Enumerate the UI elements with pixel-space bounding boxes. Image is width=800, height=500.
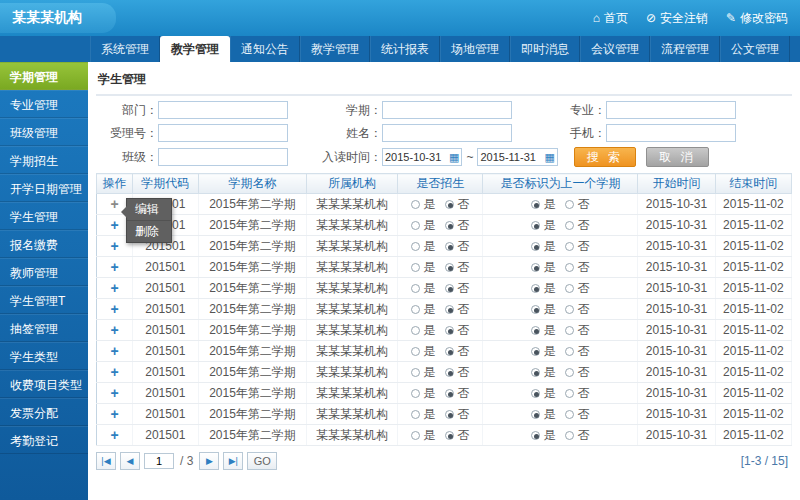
delete-menu-item[interactable]: 删除 — [127, 220, 171, 242]
tab-9[interactable]: 流程管理 — [650, 36, 720, 62]
expand-row-button[interactable]: + — [110, 238, 118, 254]
radio-yes[interactable] — [411, 221, 420, 230]
radio-yes-checked[interactable] — [531, 389, 540, 398]
radio-no-checked[interactable] — [445, 389, 454, 398]
sidebar-item-12[interactable]: 收费项目类型 — [0, 370, 88, 398]
sidebar-item-7[interactable]: 报名缴费 — [0, 230, 88, 258]
radio-no-checked[interactable] — [445, 431, 454, 440]
tab-10[interactable]: 公文管理 — [720, 36, 790, 62]
sidebar-item-2[interactable]: 专业管理 — [0, 90, 88, 118]
page-number-input[interactable] — [144, 453, 174, 469]
radio-no-checked[interactable] — [445, 305, 454, 314]
sidebar-item-1-active[interactable]: 学期管理 — [0, 62, 88, 90]
radio-yes-checked[interactable] — [531, 263, 540, 272]
radio-no[interactable] — [565, 389, 574, 398]
first-page-button[interactable]: |◀ — [96, 452, 116, 470]
calendar-icon[interactable] — [544, 150, 554, 164]
tab-7[interactable]: 即时消息 — [510, 36, 580, 62]
radio-yes[interactable] — [411, 284, 420, 293]
cancel-button[interactable]: 取 消 — [646, 147, 708, 167]
radio-yes[interactable] — [411, 326, 420, 335]
sidebar-item-6[interactable]: 学生管理 — [0, 202, 88, 230]
search-field-input[interactable] — [382, 101, 512, 119]
radio-no[interactable] — [565, 263, 574, 272]
radio-yes[interactable] — [411, 389, 420, 398]
radio-yes[interactable] — [411, 263, 420, 272]
expand-row-button[interactable]: + — [110, 343, 118, 359]
sidebar-item-8[interactable]: 教师管理 — [0, 258, 88, 286]
sidebar-item-9[interactable]: 学生管理T — [0, 286, 88, 314]
radio-no[interactable] — [565, 305, 574, 314]
sidebar-item-10[interactable]: 抽签管理 — [0, 314, 88, 342]
sidebar-item-3[interactable]: 班级管理 — [0, 118, 88, 146]
next-page-button[interactable]: ▶ — [199, 452, 219, 470]
tab-2-active[interactable]: 教学管理 — [160, 36, 230, 62]
expand-row-button[interactable]: + — [110, 301, 118, 317]
sidebar-item-14[interactable]: 考勤登记 — [0, 426, 88, 454]
radio-no-checked[interactable] — [445, 284, 454, 293]
radio-yes-checked[interactable] — [531, 326, 540, 335]
radio-no[interactable] — [565, 284, 574, 293]
radio-yes-checked[interactable] — [531, 431, 540, 440]
tab-1[interactable]: 系统管理 — [90, 36, 160, 62]
radio-no-checked[interactable] — [445, 242, 454, 251]
radio-yes[interactable] — [411, 410, 420, 419]
radio-no[interactable] — [565, 410, 574, 419]
radio-yes-checked[interactable] — [531, 368, 540, 377]
radio-yes[interactable] — [411, 200, 420, 209]
edit-menu-item[interactable]: 编辑 — [127, 199, 171, 220]
calendar-icon[interactable] — [449, 150, 459, 164]
radio-no[interactable] — [565, 200, 574, 209]
expand-row-button[interactable]: + — [110, 406, 118, 422]
search-button[interactable]: 搜 索 — [574, 147, 636, 167]
radio-yes-checked[interactable] — [531, 200, 540, 209]
radio-no[interactable] — [565, 326, 574, 335]
radio-no[interactable] — [565, 431, 574, 440]
radio-no-checked[interactable] — [445, 200, 454, 209]
tab-3[interactable]: 通知公告 — [230, 36, 300, 62]
radio-no[interactable] — [565, 221, 574, 230]
radio-no[interactable] — [565, 347, 574, 356]
radio-yes[interactable] — [411, 347, 420, 356]
sidebar-item-11[interactable]: 学生类型 — [0, 342, 88, 370]
search-field-input[interactable] — [158, 124, 288, 142]
radio-no-checked[interactable] — [445, 410, 454, 419]
search-field-input[interactable] — [606, 101, 736, 119]
home-link[interactable]: 首页 — [593, 10, 628, 27]
expand-row-button[interactable]: + — [110, 322, 118, 338]
radio-yes-checked[interactable] — [531, 305, 540, 314]
radio-yes-checked[interactable] — [531, 242, 540, 251]
expand-row-button[interactable]: + — [110, 196, 118, 212]
expand-row-button[interactable]: + — [110, 427, 118, 443]
change-password-link[interactable]: 修改密码 — [726, 10, 788, 27]
go-page-button[interactable]: GO — [247, 452, 277, 470]
expand-row-button[interactable]: + — [110, 259, 118, 275]
radio-yes[interactable] — [411, 368, 420, 377]
expand-row-button[interactable]: + — [110, 385, 118, 401]
search-field-input[interactable] — [606, 124, 736, 142]
sidebar-item-13[interactable]: 发票分配 — [0, 398, 88, 426]
radio-no[interactable] — [565, 242, 574, 251]
prev-page-button[interactable]: ◀ — [120, 452, 140, 470]
tab-4[interactable]: 教学管理 — [300, 36, 370, 62]
date-to-input[interactable] — [480, 151, 544, 163]
class-field-input[interactable] — [158, 148, 288, 166]
radio-no-checked[interactable] — [445, 221, 454, 230]
sidebar-item-4[interactable]: 学期招生 — [0, 146, 88, 174]
radio-no-checked[interactable] — [445, 263, 454, 272]
radio-yes-checked[interactable] — [531, 284, 540, 293]
radio-yes-checked[interactable] — [531, 410, 540, 419]
date-from-input[interactable] — [385, 151, 449, 163]
radio-no-checked[interactable] — [445, 368, 454, 377]
search-field-input[interactable] — [382, 124, 512, 142]
search-field-input[interactable] — [158, 101, 288, 119]
tab-8[interactable]: 会议管理 — [580, 36, 650, 62]
radio-no-checked[interactable] — [445, 347, 454, 356]
logout-link[interactable]: 安全注销 — [646, 10, 708, 27]
radio-yes[interactable] — [411, 431, 420, 440]
radio-yes-checked[interactable] — [531, 221, 540, 230]
expand-row-button[interactable]: + — [110, 364, 118, 380]
expand-row-button[interactable]: + — [110, 280, 118, 296]
radio-no-checked[interactable] — [445, 326, 454, 335]
last-page-button[interactable]: ▶| — [223, 452, 243, 470]
